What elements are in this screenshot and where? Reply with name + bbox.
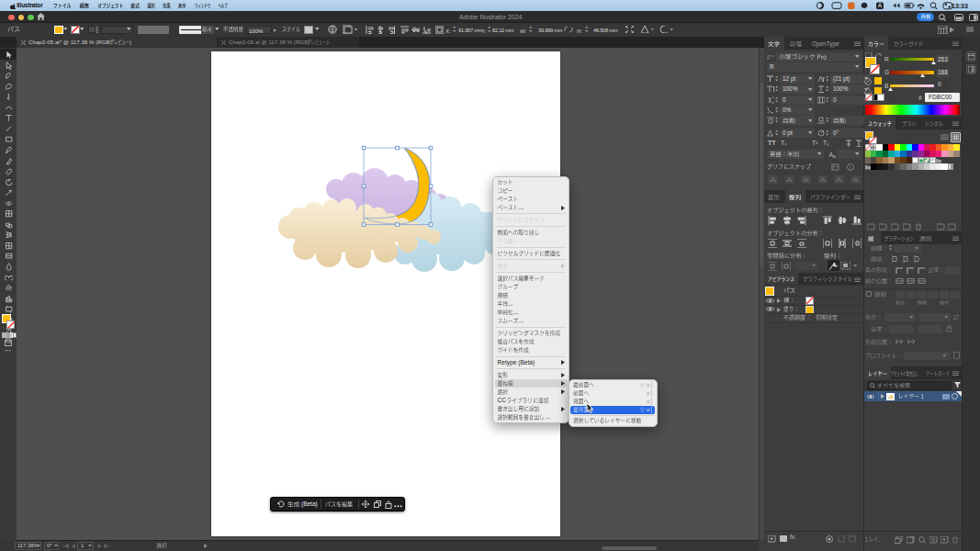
svg-text:i: i [850,164,850,170]
svg-text:a: a [833,153,836,158]
